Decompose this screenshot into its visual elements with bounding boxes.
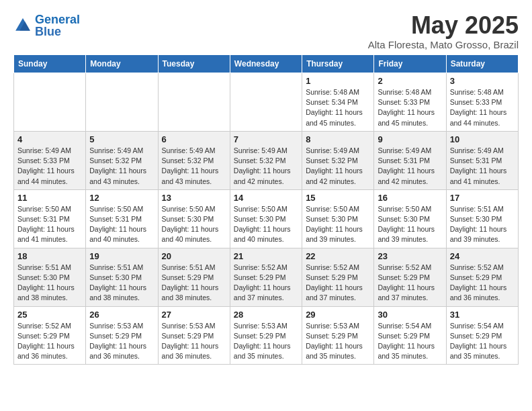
day-number: 28 bbox=[234, 310, 298, 320]
day-info: Sunrise: 5:48 AMSunset: 5:33 PMDaylight:… bbox=[378, 87, 442, 128]
day-info: Sunrise: 5:52 AMSunset: 5:29 PMDaylight:… bbox=[306, 263, 370, 304]
day-number: 10 bbox=[450, 134, 515, 144]
day-number: 31 bbox=[450, 310, 515, 320]
calendar-cell: 23Sunrise: 5:52 AMSunset: 5:29 PMDayligh… bbox=[374, 248, 446, 306]
day-info: Sunrise: 5:49 AMSunset: 5:33 PMDaylight:… bbox=[17, 146, 82, 187]
calendar-cell: 13Sunrise: 5:50 AMSunset: 5:30 PMDayligh… bbox=[158, 189, 230, 248]
calendar-header-row: SundayMondayTuesdayWednesdayThursdayFrid… bbox=[14, 55, 519, 73]
header: General Blue May 2025 Alta Floresta, Mat… bbox=[13, 13, 519, 50]
calendar-cell: 28Sunrise: 5:53 AMSunset: 5:29 PMDayligh… bbox=[230, 306, 302, 365]
calendar-cell: 17Sunrise: 5:51 AMSunset: 5:30 PMDayligh… bbox=[446, 189, 518, 248]
day-info: Sunrise: 5:50 AMSunset: 5:30 PMDaylight:… bbox=[378, 204, 442, 245]
calendar-day-header: Tuesday bbox=[158, 55, 230, 73]
day-number: 24 bbox=[450, 251, 515, 261]
day-info: Sunrise: 5:49 AMSunset: 5:32 PMDaylight:… bbox=[162, 146, 226, 187]
calendar: SundayMondayTuesdayWednesdayThursdayFrid… bbox=[13, 54, 519, 365]
day-number: 21 bbox=[234, 251, 298, 261]
day-number: 12 bbox=[89, 193, 154, 203]
day-number: 23 bbox=[378, 251, 442, 261]
day-number: 25 bbox=[17, 310, 82, 320]
calendar-cell: 27Sunrise: 5:53 AMSunset: 5:29 PMDayligh… bbox=[158, 306, 230, 365]
calendar-cell: 19Sunrise: 5:51 AMSunset: 5:30 PMDayligh… bbox=[86, 248, 158, 306]
location: Alta Floresta, Mato Grosso, Brazil bbox=[368, 39, 519, 50]
day-number: 20 bbox=[162, 251, 226, 261]
calendar-cell: 18Sunrise: 5:51 AMSunset: 5:30 PMDayligh… bbox=[14, 248, 86, 306]
day-info: Sunrise: 5:53 AMSunset: 5:29 PMDaylight:… bbox=[306, 321, 370, 362]
day-info: Sunrise: 5:49 AMSunset: 5:32 PMDaylight:… bbox=[306, 146, 370, 187]
day-info: Sunrise: 5:51 AMSunset: 5:30 PMDaylight:… bbox=[17, 263, 82, 304]
logo-blue: Blue bbox=[35, 25, 61, 38]
calendar-cell: 16Sunrise: 5:50 AMSunset: 5:30 PMDayligh… bbox=[374, 189, 446, 248]
calendar-cell: 24Sunrise: 5:52 AMSunset: 5:29 PMDayligh… bbox=[446, 248, 518, 306]
day-number: 11 bbox=[17, 193, 82, 203]
calendar-week-row: 18Sunrise: 5:51 AMSunset: 5:30 PMDayligh… bbox=[14, 248, 519, 306]
day-number: 17 bbox=[450, 193, 515, 203]
calendar-cell: 26Sunrise: 5:53 AMSunset: 5:29 PMDayligh… bbox=[86, 306, 158, 365]
day-info: Sunrise: 5:53 AMSunset: 5:29 PMDaylight:… bbox=[89, 321, 154, 362]
day-info: Sunrise: 5:53 AMSunset: 5:29 PMDaylight:… bbox=[162, 321, 226, 362]
day-info: Sunrise: 5:51 AMSunset: 5:30 PMDaylight:… bbox=[89, 263, 154, 304]
day-info: Sunrise: 5:50 AMSunset: 5:31 PMDaylight:… bbox=[89, 204, 154, 245]
day-info: Sunrise: 5:50 AMSunset: 5:30 PMDaylight:… bbox=[234, 204, 298, 245]
day-info: Sunrise: 5:53 AMSunset: 5:29 PMDaylight:… bbox=[234, 321, 298, 362]
calendar-cell: 8Sunrise: 5:49 AMSunset: 5:32 PMDaylight… bbox=[302, 131, 374, 189]
day-number: 8 bbox=[306, 134, 370, 144]
day-info: Sunrise: 5:49 AMSunset: 5:31 PMDaylight:… bbox=[450, 146, 515, 187]
day-info: Sunrise: 5:48 AMSunset: 5:34 PMDaylight:… bbox=[306, 87, 370, 128]
calendar-cell: 6Sunrise: 5:49 AMSunset: 5:32 PMDaylight… bbox=[158, 131, 230, 189]
calendar-day-header: Sunday bbox=[14, 55, 86, 73]
calendar-week-row: 1Sunrise: 5:48 AMSunset: 5:34 PMDaylight… bbox=[14, 73, 519, 132]
day-number: 29 bbox=[306, 310, 370, 320]
calendar-cell bbox=[158, 73, 230, 132]
day-number: 5 bbox=[89, 134, 154, 144]
calendar-cell: 7Sunrise: 5:49 AMSunset: 5:32 PMDaylight… bbox=[230, 131, 302, 189]
day-info: Sunrise: 5:52 AMSunset: 5:29 PMDaylight:… bbox=[17, 321, 82, 362]
day-info: Sunrise: 5:48 AMSunset: 5:33 PMDaylight:… bbox=[450, 87, 515, 128]
day-number: 22 bbox=[306, 251, 370, 261]
calendar-cell: 21Sunrise: 5:52 AMSunset: 5:29 PMDayligh… bbox=[230, 248, 302, 306]
calendar-day-header: Thursday bbox=[302, 55, 374, 73]
day-number: 27 bbox=[162, 310, 226, 320]
calendar-week-row: 4Sunrise: 5:49 AMSunset: 5:33 PMDaylight… bbox=[14, 131, 519, 189]
calendar-cell bbox=[14, 73, 86, 132]
day-number: 9 bbox=[378, 134, 442, 144]
day-number: 3 bbox=[450, 76, 515, 86]
day-number: 16 bbox=[378, 193, 442, 203]
day-info: Sunrise: 5:50 AMSunset: 5:31 PMDaylight:… bbox=[17, 204, 82, 245]
day-number: 19 bbox=[89, 251, 154, 261]
day-info: Sunrise: 5:54 AMSunset: 5:29 PMDaylight:… bbox=[450, 321, 515, 362]
calendar-cell: 4Sunrise: 5:49 AMSunset: 5:33 PMDaylight… bbox=[14, 131, 86, 189]
calendar-week-row: 25Sunrise: 5:52 AMSunset: 5:29 PMDayligh… bbox=[14, 306, 519, 365]
day-number: 6 bbox=[162, 134, 226, 144]
calendar-cell: 2Sunrise: 5:48 AMSunset: 5:33 PMDaylight… bbox=[374, 73, 446, 132]
calendar-cell: 9Sunrise: 5:49 AMSunset: 5:31 PMDaylight… bbox=[374, 131, 446, 189]
logo: General Blue bbox=[13, 13, 80, 38]
title-block: May 2025 Alta Floresta, Mato Grosso, Bra… bbox=[368, 13, 519, 50]
day-number: 18 bbox=[17, 251, 82, 261]
calendar-cell: 25Sunrise: 5:52 AMSunset: 5:29 PMDayligh… bbox=[14, 306, 86, 365]
day-info: Sunrise: 5:50 AMSunset: 5:30 PMDaylight:… bbox=[162, 204, 226, 245]
day-info: Sunrise: 5:51 AMSunset: 5:30 PMDaylight:… bbox=[450, 204, 515, 245]
day-number: 26 bbox=[89, 310, 154, 320]
calendar-cell: 15Sunrise: 5:50 AMSunset: 5:30 PMDayligh… bbox=[302, 189, 374, 248]
calendar-day-header: Saturday bbox=[446, 55, 518, 73]
day-info: Sunrise: 5:52 AMSunset: 5:29 PMDaylight:… bbox=[234, 263, 298, 304]
month-title: May 2025 bbox=[368, 13, 519, 38]
calendar-cell: 1Sunrise: 5:48 AMSunset: 5:34 PMDaylight… bbox=[302, 73, 374, 132]
calendar-cell: 14Sunrise: 5:50 AMSunset: 5:30 PMDayligh… bbox=[230, 189, 302, 248]
calendar-cell bbox=[230, 73, 302, 132]
day-info: Sunrise: 5:50 AMSunset: 5:30 PMDaylight:… bbox=[306, 204, 370, 245]
day-info: Sunrise: 5:49 AMSunset: 5:31 PMDaylight:… bbox=[378, 146, 442, 187]
day-info: Sunrise: 5:54 AMSunset: 5:29 PMDaylight:… bbox=[378, 321, 442, 362]
day-number: 2 bbox=[378, 76, 442, 86]
calendar-cell bbox=[86, 73, 158, 132]
calendar-day-header: Friday bbox=[374, 55, 446, 73]
day-number: 1 bbox=[306, 76, 370, 86]
logo-text: General Blue bbox=[35, 13, 80, 38]
day-info: Sunrise: 5:51 AMSunset: 5:29 PMDaylight:… bbox=[162, 263, 226, 304]
calendar-cell: 22Sunrise: 5:52 AMSunset: 5:29 PMDayligh… bbox=[302, 248, 374, 306]
day-number: 14 bbox=[234, 193, 298, 203]
logo-general: General bbox=[35, 13, 80, 26]
calendar-cell: 20Sunrise: 5:51 AMSunset: 5:29 PMDayligh… bbox=[158, 248, 230, 306]
calendar-cell: 31Sunrise: 5:54 AMSunset: 5:29 PMDayligh… bbox=[446, 306, 518, 365]
